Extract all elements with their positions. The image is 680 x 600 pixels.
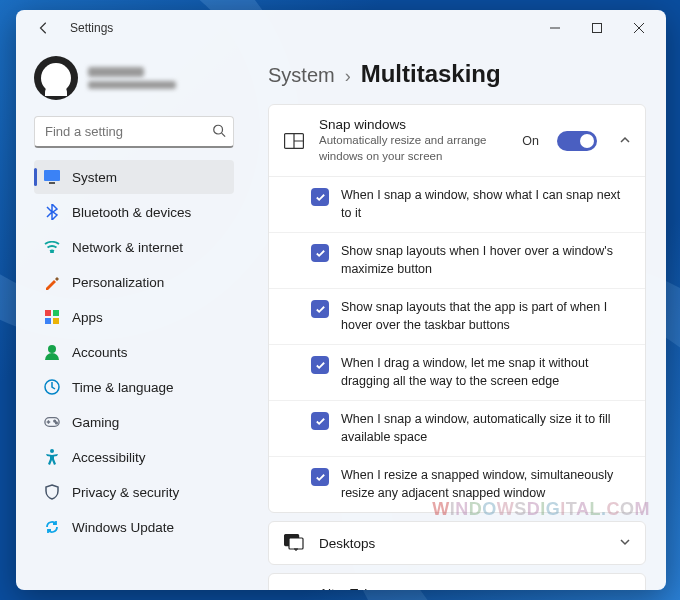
window-controls xyxy=(534,14,660,42)
sidebar-item-bluetooth-devices[interactable]: Bluetooth & devices xyxy=(34,195,234,229)
sidebar-item-windows-update[interactable]: Windows Update xyxy=(34,510,234,544)
chevron-right-icon: › xyxy=(345,66,351,87)
sidebar-item-time-language[interactable]: Time & language xyxy=(34,370,234,404)
snap-option-label: When I resize a snapped window, simultan… xyxy=(341,467,631,502)
accessibility-icon xyxy=(44,449,60,465)
svg-rect-8 xyxy=(53,310,59,316)
sidebar-item-apps[interactable]: Apps xyxy=(34,300,234,334)
desktops-title: Desktops xyxy=(319,536,597,551)
sidebar: SystemBluetooth & devicesNetwork & inter… xyxy=(16,46,244,590)
desktops-header[interactable]: Desktops xyxy=(269,522,645,564)
chevron-up-icon xyxy=(619,133,631,149)
checkbox-checked-icon[interactable] xyxy=(311,300,329,318)
sidebar-item-gaming[interactable]: Gaming xyxy=(34,405,234,439)
svg-rect-4 xyxy=(44,170,60,181)
user-profile[interactable] xyxy=(34,50,234,114)
snap-option-4[interactable]: When I snap a window, automatically size… xyxy=(269,400,645,456)
sidebar-item-label: Gaming xyxy=(72,415,119,430)
snap-option-label: When I snap a window, automatically size… xyxy=(341,411,631,446)
system-icon xyxy=(44,169,60,185)
svg-rect-7 xyxy=(45,310,51,316)
snap-windows-icon xyxy=(283,133,305,149)
checkbox-checked-icon[interactable] xyxy=(311,356,329,374)
maximize-button[interactable] xyxy=(576,14,618,42)
sidebar-item-label: Accessibility xyxy=(72,450,146,465)
sidebar-item-system[interactable]: System xyxy=(34,160,234,194)
snap-subtitle: Automatically resize and arrange windows… xyxy=(319,133,508,164)
svg-line-3 xyxy=(222,133,226,137)
snap-option-label: Show snap layouts that the app is part o… xyxy=(341,299,631,334)
snap-toggle-label: On xyxy=(522,134,539,148)
privacy-security-icon xyxy=(44,484,60,500)
breadcrumb: System › Multitasking xyxy=(268,60,646,88)
alt-tab-title: Alt + Tab xyxy=(319,586,631,590)
svg-rect-10 xyxy=(53,318,59,324)
alt-tab-card: Alt + Tab Pressing Alt + Tab shows xyxy=(268,573,646,590)
back-button[interactable] xyxy=(30,14,58,42)
svg-point-6 xyxy=(51,251,53,253)
snap-option-1[interactable]: Show snap layouts when I hover over a wi… xyxy=(269,232,645,288)
desktops-card: Desktops xyxy=(268,521,646,565)
main-content: System › Multitasking Snap windows Autom… xyxy=(244,46,666,590)
apps-icon xyxy=(44,309,60,325)
checkbox-checked-icon[interactable] xyxy=(311,188,329,206)
sidebar-item-label: Network & internet xyxy=(72,240,183,255)
snap-options-list: When I snap a window, show what I can sn… xyxy=(269,176,645,512)
checkbox-checked-icon[interactable] xyxy=(311,468,329,486)
profile-text xyxy=(88,67,176,89)
breadcrumb-parent[interactable]: System xyxy=(268,64,335,87)
sidebar-item-network-internet[interactable]: Network & internet xyxy=(34,230,234,264)
settings-window: Settings SystemBluetooth & devices xyxy=(16,10,666,590)
snap-option-3[interactable]: When I drag a window, let me snap it wit… xyxy=(269,344,645,400)
svg-point-2 xyxy=(214,125,223,134)
page-title: Multitasking xyxy=(361,60,501,88)
snap-toggle[interactable] xyxy=(557,131,597,151)
sidebar-item-label: Time & language xyxy=(72,380,174,395)
sidebar-item-label: Personalization xyxy=(72,275,164,290)
svg-rect-21 xyxy=(289,538,303,549)
checkbox-checked-icon[interactable] xyxy=(311,412,329,430)
snap-option-label: When I snap a window, show what I can sn… xyxy=(341,187,631,222)
snap-title: Snap windows xyxy=(319,117,508,132)
bluetooth-devices-icon xyxy=(44,204,60,220)
snap-windows-header[interactable]: Snap windows Automatically resize and ar… xyxy=(269,105,645,176)
svg-point-14 xyxy=(54,420,56,422)
checkbox-checked-icon[interactable] xyxy=(311,244,329,262)
gaming-icon xyxy=(44,414,60,430)
chevron-down-icon xyxy=(619,535,631,551)
sidebar-item-label: System xyxy=(72,170,117,185)
sidebar-item-personalization[interactable]: Personalization xyxy=(34,265,234,299)
sidebar-item-label: Windows Update xyxy=(72,520,174,535)
search-icon xyxy=(212,124,226,141)
personalization-icon xyxy=(44,274,60,290)
avatar xyxy=(34,56,78,100)
network-internet-icon xyxy=(44,239,60,255)
close-button[interactable] xyxy=(618,14,660,42)
sidebar-item-privacy-security[interactable]: Privacy & security xyxy=(34,475,234,509)
profile-email-redacted xyxy=(88,81,176,89)
svg-rect-5 xyxy=(49,182,55,184)
snap-option-5[interactable]: When I resize a snapped window, simultan… xyxy=(269,456,645,512)
search-box xyxy=(34,116,234,148)
profile-name-redacted xyxy=(88,67,144,77)
snap-option-label: When I drag a window, let me snap it wit… xyxy=(341,355,631,390)
snap-option-0[interactable]: When I snap a window, show what I can sn… xyxy=(269,177,645,232)
sidebar-item-label: Apps xyxy=(72,310,103,325)
sidebar-item-label: Privacy & security xyxy=(72,485,179,500)
minimize-button[interactable] xyxy=(534,14,576,42)
search-input[interactable] xyxy=(34,116,234,148)
sidebar-item-accessibility[interactable]: Accessibility xyxy=(34,440,234,474)
alt-tab-header[interactable]: Alt + Tab Pressing Alt + Tab shows xyxy=(269,574,645,590)
svg-point-11 xyxy=(48,345,56,353)
snap-windows-card: Snap windows Automatically resize and ar… xyxy=(268,104,646,513)
nav-list: SystemBluetooth & devicesNetwork & inter… xyxy=(34,160,234,544)
svg-rect-1 xyxy=(593,24,602,33)
svg-point-16 xyxy=(50,449,54,453)
sidebar-item-label: Bluetooth & devices xyxy=(72,205,191,220)
time-language-icon xyxy=(44,379,60,395)
svg-point-15 xyxy=(56,422,58,424)
app-title: Settings xyxy=(70,21,113,35)
sidebar-item-accounts[interactable]: Accounts xyxy=(34,335,234,369)
snap-option-2[interactable]: Show snap layouts that the app is part o… xyxy=(269,288,645,344)
accounts-icon xyxy=(44,344,60,360)
